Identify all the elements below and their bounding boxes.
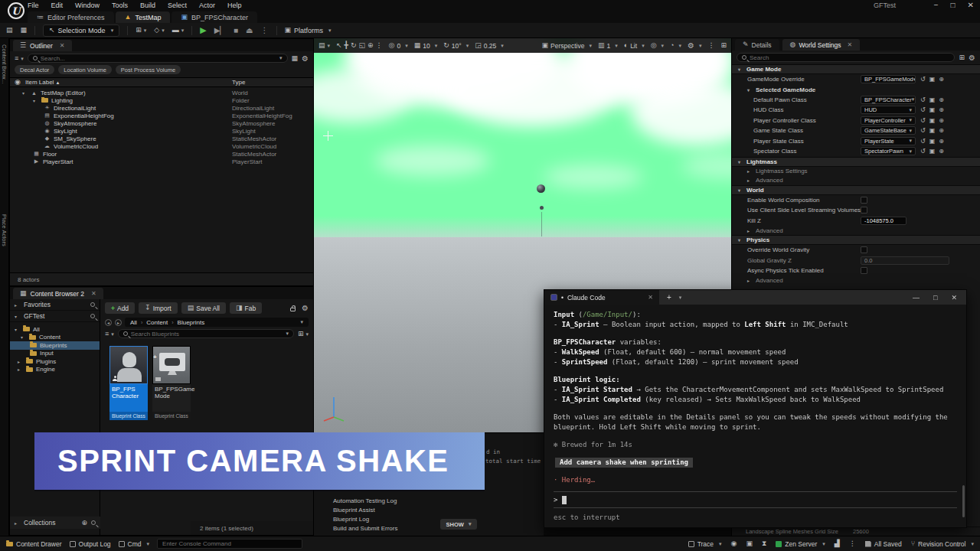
lightmass-settings-row[interactable]: ▸Lightmass Settings: [732, 167, 980, 176]
use-selected-icon[interactable]: ↺: [920, 138, 926, 145]
asset-search[interactable]: ▾: [118, 329, 294, 338]
all-saved-indicator[interactable]: All Saved: [865, 540, 902, 548]
add-collection-icon[interactable]: ⊕: [81, 520, 87, 527]
show-filter-button[interactable]: SHOW▾: [440, 519, 477, 530]
capture-icon[interactable]: ▣: [746, 540, 753, 547]
browse-to-icon[interactable]: ▣: [929, 138, 936, 145]
use-selected-icon[interactable]: ↺: [920, 106, 926, 113]
surface-snap-control[interactable]: ◎0▾: [389, 42, 408, 50]
content-browser-drawer-tab[interactable]: Content Brow...: [1, 44, 8, 83]
add-new-icon[interactable]: ⊕: [939, 76, 944, 83]
cinematics-icon[interactable]: ▬▾: [172, 27, 185, 34]
tree-item-content[interactable]: ▾Content: [10, 334, 100, 342]
viewport-settings-dropdown[interactable]: ⚙▾: [688, 41, 701, 50]
lock-icon[interactable]: [290, 308, 296, 311]
menu-edit[interactable]: Edit: [51, 2, 64, 9]
tab-world-settings[interactable]: ◍ World Settings ✕: [782, 39, 861, 51]
search-icon[interactable]: [90, 302, 95, 307]
override-gravity-checkbox[interactable]: [861, 246, 867, 253]
section-lightmass[interactable]: ▾Lightmass: [732, 157, 980, 167]
browse-to-icon[interactable]: ▣: [929, 117, 936, 124]
filter-chip-decal-actor[interactable]: Decal Actor: [15, 65, 54, 74]
play-button[interactable]: ▶: [200, 25, 206, 35]
project-section[interactable]: ▾ GFTest: [10, 311, 100, 322]
game-state-dropdown[interactable]: GameStateBase▾: [861, 126, 916, 135]
play-options-kebab-icon[interactable]: ⋮: [261, 26, 269, 34]
browse-content-icon[interactable]: ▦: [21, 27, 28, 34]
client-streaming-checkbox[interactable]: [861, 207, 867, 214]
terminal-prompt-input[interactable]: >: [554, 491, 957, 508]
async-physics-checkbox[interactable]: [861, 267, 867, 274]
add-new-icon[interactable]: ⊕: [939, 96, 944, 103]
advanced-row[interactable]: ▸Advanced: [732, 226, 980, 235]
player-start-gizmo[interactable]: [537, 184, 545, 193]
new-tab-icon[interactable]: +: [667, 293, 671, 302]
enable-world-composition-checkbox[interactable]: [861, 197, 867, 204]
player-state-dropdown[interactable]: PlayerState▾: [861, 137, 916, 145]
gear-icon[interactable]: ⚙: [969, 54, 975, 62]
filter-chip-location-volume[interactable]: Location Volume: [58, 65, 111, 74]
tree-item-input[interactable]: Input: [10, 350, 100, 358]
collections-section[interactable]: ▸ Collections ⊕: [10, 517, 100, 529]
tree-item-all[interactable]: ▾All: [10, 325, 100, 334]
tree-item-plugins[interactable]: ▸Plugins: [10, 357, 100, 366]
browse-to-icon[interactable]: ▣: [929, 148, 936, 155]
search-icon[interactable]: [91, 520, 96, 525]
table-row[interactable]: ▾LightingFolder: [10, 96, 313, 104]
outliner-tab[interactable]: ☰ Outliner ✕: [13, 40, 72, 51]
viewport-options-icon[interactable]: ▤▾: [318, 42, 330, 49]
table-row[interactable]: ☁VolumetricCloudVolumetricCloud: [10, 142, 313, 150]
log-category-item[interactable]: Build and Submit Errors: [333, 525, 397, 532]
view-settings-icon[interactable]: ⊞▾: [298, 331, 309, 337]
add-new-icon[interactable]: ⊕: [939, 106, 944, 113]
table-row[interactable]: ◆SM_SkySphereStaticMeshActor: [10, 135, 313, 142]
viewport-kebab-icon[interactable]: ⋮: [707, 42, 714, 49]
use-selected-icon[interactable]: ↺: [920, 76, 926, 83]
close-icon[interactable]: ✕: [848, 41, 853, 48]
lit-mode-dropdown[interactable]: ◐Lit▾: [624, 42, 645, 50]
gear-icon[interactable]: ⚙: [302, 304, 309, 312]
menu-file[interactable]: File: [28, 2, 39, 9]
visibility-eye-icon[interactable]: ◉: [15, 79, 25, 86]
scale-snap-control[interactable]: ◲0.25▾: [475, 42, 504, 50]
table-row[interactable]: ◉SkyLightSkyLight: [10, 127, 313, 135]
display-grid-icon[interactable]: ⊞: [959, 54, 965, 61]
section-world[interactable]: ▾World: [732, 185, 980, 195]
use-selected-icon[interactable]: ↺: [920, 148, 926, 155]
gear-icon[interactable]: ⚙: [302, 54, 309, 63]
import-button[interactable]: ↧Import: [139, 302, 178, 314]
add-new-icon[interactable]: ⊕: [939, 127, 944, 134]
player-controller-dropdown[interactable]: PlayerController▾: [861, 116, 916, 125]
table-row[interactable]: ☀DirectionalLightDirectionalLight: [10, 104, 313, 112]
stop-button[interactable]: ■: [234, 26, 238, 34]
search-icon[interactable]: [90, 314, 95, 318]
global-gravity-z-field[interactable]: 0.0: [861, 256, 949, 265]
maximize-button[interactable]: □: [933, 294, 937, 302]
column-item-label[interactable]: Item Label ▲: [25, 79, 232, 86]
section-game-mode[interactable]: ▾Game Mode: [732, 64, 980, 74]
show-flags-dropdown[interactable]: ◎▾: [651, 42, 664, 49]
minimize-button[interactable]: —: [913, 294, 920, 302]
filter-icon[interactable]: ≡▾: [105, 331, 114, 337]
select-tool-icon[interactable]: ↖: [336, 42, 342, 49]
save-icon[interactable]: ▤: [6, 27, 13, 34]
fab-button[interactable]: ◨Fab: [230, 302, 262, 314]
section-physics[interactable]: ▾Physics: [732, 235, 980, 245]
transform-kebab-icon[interactable]: ⋮: [376, 42, 383, 49]
add-new-icon[interactable]: ⊕: [939, 148, 944, 155]
breadcrumb-all[interactable]: All: [130, 319, 137, 326]
maximize-button[interactable]: □: [951, 1, 956, 9]
menu-window[interactable]: Window: [75, 2, 100, 9]
browse-to-icon[interactable]: ▣: [929, 127, 936, 134]
tab-details[interactable]: ✎ Details: [735, 39, 779, 51]
kebab-icon[interactable]: ⋮: [849, 540, 856, 547]
gamemode-override-dropdown[interactable]: BP_FPSGameMod▾: [861, 75, 916, 83]
use-selected-icon[interactable]: ↺: [920, 127, 926, 134]
terminal-title-bar[interactable]: • Claude Code ✕ + ▾ — □ ✕: [544, 290, 966, 305]
filter-icon[interactable]: ≡▾: [15, 55, 24, 62]
outliner-search[interactable]: ▾: [28, 54, 288, 63]
output-log-button[interactable]: Output Log: [70, 540, 111, 548]
content-drawer-button[interactable]: Content Drawer: [6, 540, 62, 548]
browse-to-icon[interactable]: ▣: [929, 76, 936, 83]
minimize-button[interactable]: −: [934, 1, 939, 9]
